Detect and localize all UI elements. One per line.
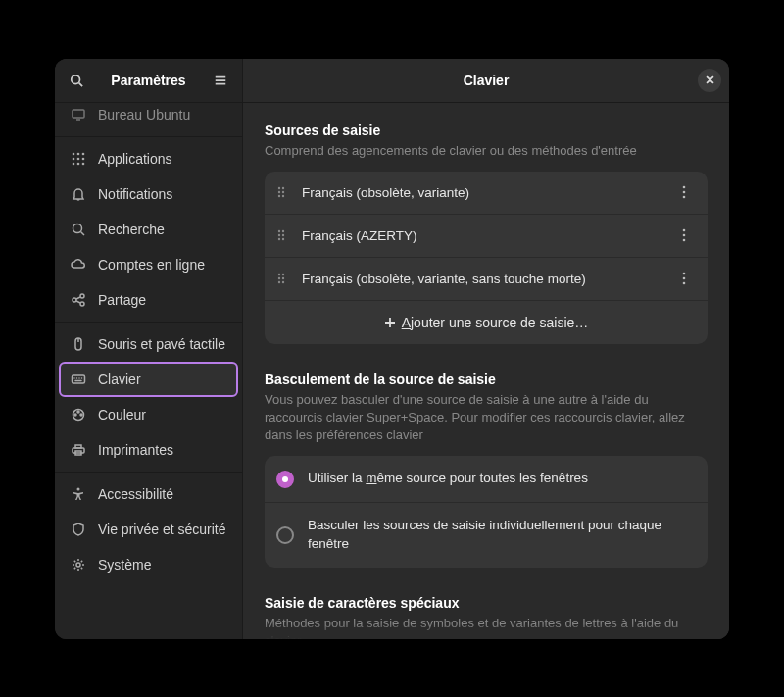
more-vertical-icon xyxy=(682,272,686,285)
menu-button[interactable] xyxy=(205,65,236,96)
section-desc: Vous pouvez basculer d'une source de sai… xyxy=(265,391,708,445)
content-header: Clavier xyxy=(243,59,729,103)
search-icon xyxy=(71,222,86,237)
svg-point-14 xyxy=(77,162,80,165)
drag-handle-icon[interactable] xyxy=(276,272,290,285)
radio-label: Utiliser la même source pour toutes les … xyxy=(308,470,696,488)
separator xyxy=(55,322,242,323)
radio-same-source[interactable]: Utiliser la même source pour toutes les … xyxy=(265,456,708,503)
sidebar-item-notifications[interactable]: Notifications xyxy=(59,176,238,212)
section-input-sources: Sources de saisie Comprend des agencemen… xyxy=(265,123,708,344)
privacy-icon xyxy=(71,522,86,537)
radio-icon xyxy=(276,471,294,488)
more-button[interactable] xyxy=(672,272,696,285)
svg-point-13 xyxy=(73,162,75,165)
sidebar-item-accessibilité[interactable]: Accessibilité xyxy=(59,476,238,512)
input-source-label: Français (obsolète, variante) xyxy=(302,185,661,200)
svg-rect-36 xyxy=(75,445,81,448)
svg-point-55 xyxy=(278,238,280,240)
sidebar-item-label: Notifications xyxy=(98,186,172,202)
sidebar-item-label: Imprimantes xyxy=(98,442,173,458)
svg-point-16 xyxy=(74,224,82,232)
input-source-label: Français (AZERTY) xyxy=(302,228,661,243)
svg-point-39 xyxy=(76,563,80,567)
sidebar-item-label: Recherche xyxy=(98,222,165,237)
sidebar-item-vie-privée-et-sécurité[interactable]: Vie privée et sécurité xyxy=(59,512,238,547)
svg-point-45 xyxy=(282,191,284,193)
sidebar-list[interactable]: Bureau UbuntuApplicationsNotificationsRe… xyxy=(55,103,242,639)
sidebar-item-label: Partage xyxy=(98,292,146,308)
sidebar-item-applications[interactable]: Applications xyxy=(59,141,238,176)
close-icon xyxy=(705,75,715,85)
svg-rect-25 xyxy=(73,375,85,383)
sidebar-item-souris-et-pavé-tactile[interactable]: Souris et pavé tactile xyxy=(59,326,238,362)
svg-point-49 xyxy=(683,191,686,194)
svg-point-15 xyxy=(82,162,85,165)
svg-point-57 xyxy=(683,229,686,232)
svg-point-64 xyxy=(278,281,280,283)
more-button[interactable] xyxy=(672,228,696,242)
sidebar: Paramètres Bureau UbuntuApplicationsNoti… xyxy=(55,59,243,639)
more-button[interactable] xyxy=(672,185,696,199)
sidebar-item-comptes-en-ligne[interactable]: Comptes en ligne xyxy=(59,247,238,282)
svg-point-19 xyxy=(80,294,84,298)
content-body[interactable]: Sources de saisie Comprend des agencemen… xyxy=(243,103,729,639)
system-icon xyxy=(71,557,86,573)
page-title: Clavier xyxy=(464,73,510,88)
printer-icon xyxy=(71,442,86,458)
sidebar-item-partial[interactable]: Bureau Ubuntu xyxy=(59,107,238,132)
search-icon xyxy=(70,74,83,87)
svg-line-22 xyxy=(76,301,80,303)
sidebar-item-label: Clavier xyxy=(98,372,141,387)
separator xyxy=(55,136,242,137)
drag-handle-icon[interactable] xyxy=(276,185,290,199)
sidebar-item-recherche[interactable]: Recherche xyxy=(59,212,238,247)
mouse-icon xyxy=(71,336,86,352)
svg-point-38 xyxy=(77,487,80,490)
section-switching: Basculement de la source de saisie Vous … xyxy=(265,372,708,568)
sidebar-item-label: Bureau Ubuntu xyxy=(98,107,190,123)
sidebar-title: Paramètres xyxy=(92,73,205,88)
hamburger-icon xyxy=(214,74,227,87)
sidebar-item-label: Comptes en ligne xyxy=(98,257,205,273)
sidebar-item-couleur[interactable]: Couleur xyxy=(59,397,238,432)
settings-window: Paramètres Bureau UbuntuApplicationsNoti… xyxy=(55,59,729,639)
svg-point-33 xyxy=(80,414,82,416)
input-source-label: Français (obsolète, variante, sans touch… xyxy=(302,272,661,286)
svg-point-20 xyxy=(80,302,84,306)
sidebar-item-clavier[interactable]: Clavier xyxy=(59,362,238,397)
svg-point-63 xyxy=(282,277,284,279)
section-desc: Méthodes pour la saisie de symboles et d… xyxy=(265,615,708,639)
svg-point-44 xyxy=(278,191,280,193)
input-source-row[interactable]: Français (AZERTY) xyxy=(265,215,708,258)
more-vertical-icon xyxy=(682,185,686,199)
sidebar-item-système[interactable]: Système xyxy=(59,547,238,582)
svg-point-51 xyxy=(278,230,280,232)
search-button[interactable] xyxy=(61,65,92,96)
close-button[interactable] xyxy=(698,69,721,92)
accessibility-icon xyxy=(71,486,86,502)
svg-point-11 xyxy=(77,157,80,160)
svg-point-10 xyxy=(73,157,75,160)
section-special-chars: Saisie de caractères spéciaux Méthodes p… xyxy=(265,595,708,639)
section-desc: Comprend des agencements de clavier ou d… xyxy=(265,142,708,160)
svg-point-12 xyxy=(82,157,85,160)
sidebar-item-partage[interactable]: Partage xyxy=(59,282,238,318)
svg-point-43 xyxy=(282,187,284,189)
share-icon xyxy=(71,292,86,308)
svg-point-56 xyxy=(282,238,284,240)
drag-handle-icon[interactable] xyxy=(276,228,290,242)
switching-options: Utiliser la même source pour toutes les … xyxy=(265,456,708,568)
section-title: Basculement de la source de saisie xyxy=(265,372,708,387)
separator xyxy=(55,472,242,473)
sidebar-item-imprimantes[interactable]: Imprimantes xyxy=(59,432,238,468)
input-source-row[interactable]: Français (obsolète, variante) xyxy=(265,172,708,215)
radio-icon xyxy=(276,526,294,544)
svg-point-53 xyxy=(278,234,280,236)
svg-point-34 xyxy=(74,414,76,416)
svg-line-1 xyxy=(79,82,83,86)
svg-point-67 xyxy=(683,277,686,280)
input-source-row[interactable]: Français (obsolète, variante, sans touch… xyxy=(265,258,708,301)
radio-per-window[interactable]: Basculer les sources de saisie individue… xyxy=(265,503,708,568)
add-input-source-button[interactable]: Ajouter une source de saisie… xyxy=(265,301,708,344)
